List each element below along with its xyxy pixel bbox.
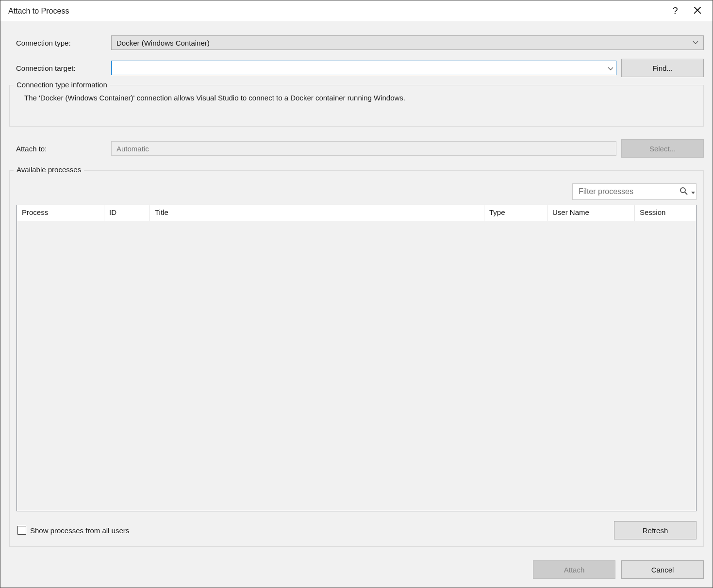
attach-button: Attach — [533, 560, 615, 579]
checkbox-box — [17, 526, 26, 535]
connection-type-row: Connection type: Docker (Windows Contain… — [9, 35, 704, 50]
cancel-button[interactable]: Cancel — [621, 560, 704, 579]
select-button-label: Select... — [649, 145, 676, 153]
connection-target-label: Connection target: — [9, 64, 106, 72]
connection-type-info-text: The 'Docker (Windows Container)' connect… — [10, 94, 703, 102]
filter-row — [17, 183, 696, 200]
search-icon — [680, 187, 688, 197]
find-button[interactable]: Find... — [621, 59, 704, 77]
help-icon: ? — [672, 5, 678, 16]
available-processes-group: Available processes Process ID Title — [9, 170, 704, 547]
table-body — [17, 221, 696, 511]
find-button-label: Find... — [652, 64, 673, 72]
column-type[interactable]: Type — [484, 205, 547, 221]
connection-target-dropdown-button[interactable] — [604, 61, 616, 75]
connection-type-select[interactable]: Docker (Windows Container) — [111, 35, 704, 50]
available-processes-legend: Available processes — [14, 165, 84, 174]
help-button[interactable]: ? — [664, 3, 686, 19]
attach-to-row: Attach to: Automatic Select... — [9, 139, 704, 158]
column-process[interactable]: Process — [17, 205, 104, 221]
connection-target-combo[interactable] — [111, 61, 616, 75]
attach-to-field: Automatic — [111, 141, 616, 156]
dialog-footer: Attach Cancel — [9, 560, 704, 579]
filter-processes-input[interactable] — [578, 187, 677, 196]
below-table-row: Show processes from all users Refresh — [17, 521, 696, 539]
refresh-button[interactable]: Refresh — [614, 521, 696, 539]
column-title[interactable]: Title — [150, 205, 484, 221]
connection-type-label: Connection type: — [9, 39, 106, 47]
svg-line-3 — [685, 192, 687, 195]
close-button[interactable] — [686, 3, 709, 19]
connection-type-info-group: Connection type information The 'Docker … — [9, 85, 704, 127]
filter-processes-box[interactable] — [572, 183, 696, 200]
attach-to-value: Automatic — [116, 145, 149, 153]
column-user-name[interactable]: User Name — [547, 205, 635, 221]
connection-target-row: Connection target: Find... — [9, 59, 704, 77]
chevron-down-icon — [608, 64, 614, 72]
select-button: Select... — [621, 139, 704, 158]
chevron-down-icon — [693, 41, 698, 45]
close-icon — [694, 6, 701, 16]
column-session[interactable]: Session — [635, 205, 696, 221]
show-all-users-label: Show processes from all users — [30, 526, 129, 535]
connection-type-info-legend: Connection type information — [14, 81, 110, 89]
cancel-button-label: Cancel — [651, 566, 674, 574]
dialog-content: Connection type: Docker (Windows Contain… — [0, 22, 713, 588]
processes-table[interactable]: Process ID Title Type User Name Session — [17, 205, 696, 511]
attach-to-label: Attach to: — [9, 145, 106, 153]
attach-button-label: Attach — [564, 566, 585, 574]
column-id[interactable]: ID — [104, 205, 150, 221]
table-header: Process ID Title Type User Name Session — [17, 205, 696, 221]
attach-to-process-dialog: Attach to Process ? Connection type: Doc… — [0, 0, 713, 588]
refresh-button-label: Refresh — [643, 526, 668, 535]
connection-target-input[interactable] — [112, 61, 604, 75]
svg-point-2 — [680, 188, 685, 193]
show-all-users-checkbox[interactable]: Show processes from all users — [17, 526, 129, 535]
window-title: Attach to Process — [8, 7, 664, 16]
title-bar: Attach to Process ? — [0, 0, 713, 22]
svg-marker-4 — [691, 192, 695, 194]
filter-dropdown-button[interactable] — [691, 188, 695, 196]
connection-type-value: Docker (Windows Container) — [116, 39, 210, 47]
